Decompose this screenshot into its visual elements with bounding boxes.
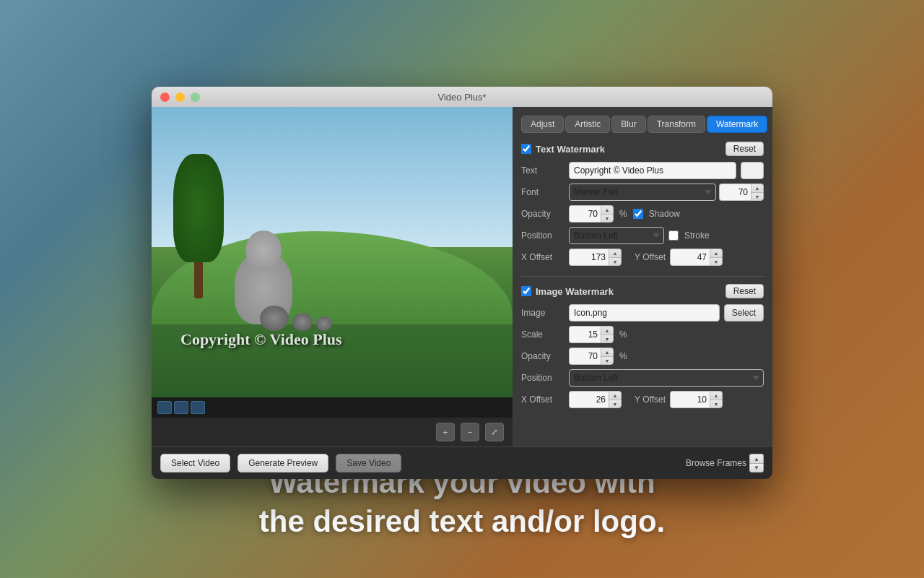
browse-frames-control: Browse Frames ▲ ▼ [686, 454, 764, 473]
opacity-pct: % [619, 209, 627, 219]
zoom-in-button[interactable]: ＋ [436, 423, 455, 441]
x-offset-down[interactable]: ▼ [609, 257, 622, 266]
generate-preview-button[interactable]: Generate Preview [237, 454, 328, 473]
text-label: Text [521, 165, 565, 176]
x-offset-input[interactable] [569, 249, 609, 266]
browse-frames-up[interactable]: ▲ [749, 454, 764, 463]
text-row: Text [521, 162, 764, 179]
close-button[interactable] [160, 92, 170, 102]
opacity-down[interactable]: ▼ [601, 214, 614, 223]
image-watermark-title: Image Watermark [536, 286, 614, 297]
font-size-up[interactable]: ▲ [751, 184, 764, 192]
image-path-input[interactable] [569, 304, 720, 322]
bottom-bar: Select Video Generate Preview Save Video… [152, 447, 772, 479]
position-row: Position Bottom Left Stroke [521, 227, 764, 244]
tab-blur[interactable]: Blur [611, 116, 645, 133]
font-size-stepper: ▲ ▼ [751, 184, 764, 201]
video-scene [152, 107, 513, 418]
image-position-select[interactable]: Bottom Left [569, 369, 764, 387]
x-offset-control: ▲ ▼ [569, 249, 622, 266]
video-zoom-controls: ＋ － ⤢ [152, 418, 513, 447]
y-offset-down[interactable]: ▼ [710, 257, 723, 266]
image-y-offset-stepper: ▲ ▼ [710, 391, 723, 408]
image-opacity-down[interactable]: ▼ [601, 356, 614, 365]
opacity-row: Opacity ▲ ▼ % Shadow [521, 205, 764, 223]
image-y-offset-input[interactable] [670, 391, 710, 408]
opacity-input[interactable] [569, 205, 601, 223]
scale-row: Scale ▲ ▼ % [521, 326, 764, 343]
text-watermark-checkbox[interactable] [521, 144, 531, 154]
image-y-offset-up[interactable]: ▲ [710, 391, 723, 400]
opacity-up[interactable]: ▲ [601, 205, 614, 214]
image-opacity-control: ▲ ▼ [569, 348, 614, 365]
image-x-offset-down[interactable]: ▼ [609, 400, 622, 408]
scale-input[interactable] [569, 326, 601, 343]
stroke-row: Stroke [668, 230, 764, 241]
image-y-offset-label: Y Offset [626, 394, 666, 405]
image-opacity-label: Opacity [521, 351, 565, 361]
font-select[interactable]: Marker Felt [569, 184, 716, 201]
stroke-label: Stroke [684, 230, 710, 241]
font-size-input[interactable] [719, 184, 751, 201]
rock-2 [292, 313, 313, 331]
y-offset-control: ▲ ▼ [670, 249, 723, 266]
image-x-offset-label: X Offset [521, 394, 565, 405]
position-label: Position [521, 230, 565, 241]
font-label: Font [521, 187, 565, 197]
scale-down[interactable]: ▼ [601, 335, 614, 343]
scale-up[interactable]: ▲ [601, 326, 614, 335]
video-panel: Copyright © Video Plus ＋ － ⤢ [152, 107, 513, 447]
section-divider [521, 276, 764, 277]
tab-artistic[interactable]: Artistic [565, 116, 610, 133]
video-area: Copyright © Video Plus [152, 107, 513, 418]
x-offset-up[interactable]: ▲ [609, 249, 622, 257]
main-content: Copyright © Video Plus ＋ － ⤢ Adjust Arti… [152, 107, 772, 447]
browse-frames-label: Browse Frames [686, 458, 746, 468]
image-opacity-row: Opacity ▲ ▼ % [521, 348, 764, 365]
opacity-stepper: ▲ ▼ [601, 205, 614, 223]
text-watermark-header: Text Watermark Reset [521, 142, 764, 156]
y-offset-up[interactable]: ▲ [710, 249, 723, 257]
image-offset-row: X Offset ▲ ▼ Y Offset ▲ ▼ [521, 391, 764, 408]
text-watermark-title: Text Watermark [536, 144, 605, 155]
font-size-control: ▲ ▼ [719, 184, 764, 201]
rock-1 [260, 306, 289, 331]
y-offset-stepper: ▲ ▼ [710, 249, 723, 266]
position-select[interactable]: Bottom Left [569, 227, 664, 244]
text-watermark-reset[interactable]: Reset [725, 142, 764, 156]
x-offset-stepper: ▲ ▼ [609, 249, 622, 266]
minimize-button[interactable] [175, 92, 185, 102]
shadow-checkbox[interactable] [633, 209, 643, 219]
image-opacity-input[interactable] [569, 348, 601, 365]
image-position-row: Position Bottom Left [521, 369, 764, 387]
tab-watermark[interactable]: Watermark [707, 116, 767, 133]
image-row: Image Select [521, 304, 764, 322]
film-frame [157, 401, 172, 414]
shadow-label: Shadow [649, 209, 680, 219]
y-offset-input[interactable] [670, 249, 710, 266]
save-video-button[interactable]: Save Video [336, 454, 401, 473]
text-color-picker[interactable] [741, 162, 764, 179]
tab-transform[interactable]: Transform [648, 116, 705, 133]
browse-frames-down[interactable]: ▼ [749, 463, 764, 473]
image-opacity-up[interactable]: ▲ [601, 348, 614, 356]
stroke-checkbox[interactable] [668, 230, 679, 241]
image-y-offset-down[interactable]: ▼ [710, 400, 723, 408]
image-x-offset-up[interactable]: ▲ [609, 391, 622, 400]
text-input[interactable] [569, 162, 736, 179]
film-frame [174, 401, 188, 414]
image-watermark-checkbox[interactable] [521, 286, 531, 296]
tab-adjust[interactable]: Adjust [521, 116, 564, 133]
fit-button[interactable]: ⤢ [485, 423, 504, 441]
window-title: Video Plus* [438, 92, 487, 103]
image-watermark-reset[interactable]: Reset [725, 284, 764, 298]
select-video-button[interactable]: Select Video [160, 454, 230, 473]
image-x-offset-input[interactable] [569, 391, 609, 408]
shadow-row: Shadow [633, 209, 764, 219]
maximize-button[interactable] [191, 92, 200, 102]
font-size-down[interactable]: ▼ [751, 192, 764, 201]
scale-stepper: ▲ ▼ [601, 326, 614, 343]
zoom-out-button[interactable]: － [461, 423, 479, 441]
image-y-offset-control: ▲ ▼ [670, 391, 723, 408]
select-image-button[interactable]: Select [724, 304, 764, 322]
